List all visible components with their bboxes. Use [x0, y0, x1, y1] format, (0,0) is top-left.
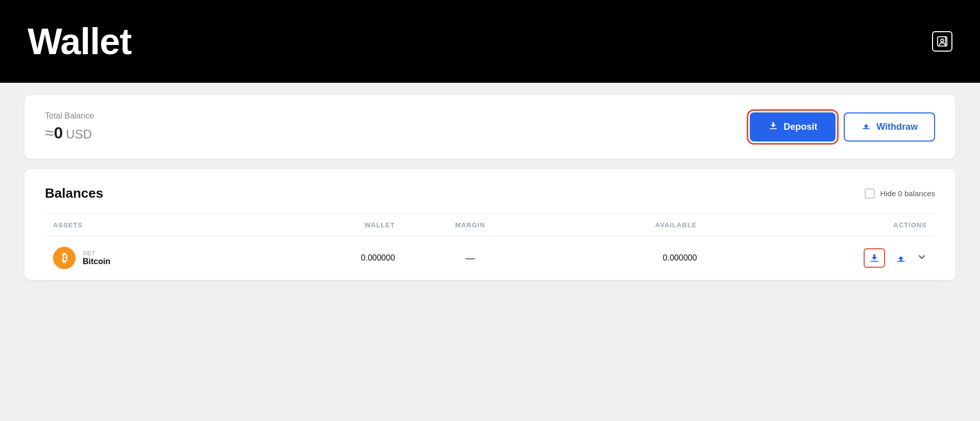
balance-currency: USD [66, 127, 92, 141]
asset-cell: ₿ XBT Bitcoin [45, 237, 258, 280]
row-deposit-button[interactable] [864, 248, 885, 268]
asset-details: XBT Bitcoin [83, 250, 110, 266]
hide-balances-control[interactable]: Hide 0 balances [865, 189, 935, 199]
balances-header: Balances Hide 0 balances [45, 185, 935, 201]
balance-label: Total Balance [45, 111, 94, 121]
approx-symbol: ≈ [45, 124, 54, 142]
header: Wallet [0, 0, 980, 83]
balance-amount: 0 [54, 124, 63, 142]
asset-info-cell: ₿ XBT Bitcoin [53, 247, 250, 269]
wallet-amount: 0.000000 [258, 237, 403, 280]
bitcoin-icon: ₿ [53, 247, 76, 269]
withdraw-label: Withdraw [876, 122, 918, 132]
table-row: ₿ XBT Bitcoin 0.000000 — 0.000000 [45, 237, 935, 280]
svg-point-1 [941, 39, 944, 42]
col-assets: ASSETS [45, 214, 258, 237]
page-title: Wallet [28, 20, 131, 62]
col-wallet: WALLET [258, 214, 403, 237]
withdraw-button[interactable]: Withdraw [844, 112, 935, 142]
actions-cell [705, 237, 935, 280]
balances-card: Balances Hide 0 balances ASSETS WALLET M… [24, 169, 955, 280]
main-content: Total Balance ≈0USD Deposit Withdraw Bal [0, 83, 980, 292]
deposit-label: Deposit [783, 122, 817, 132]
row-expand-button[interactable] [917, 252, 927, 265]
col-margin: MARGIN [403, 214, 537, 237]
margin-amount: — [403, 237, 537, 280]
table-header-row: ASSETS WALLET MARGIN AVAILABLE ACTIONS [45, 214, 935, 237]
action-icons [713, 248, 927, 268]
balances-table: ASSETS WALLET MARGIN AVAILABLE ACTIONS ₿ [45, 214, 935, 280]
balance-value: ≈0USD [45, 124, 94, 143]
col-available: AVAILABLE [537, 214, 705, 237]
asset-name: Bitcoin [83, 257, 110, 266]
balances-title: Balances [45, 185, 103, 201]
balance-card: Total Balance ≈0USD Deposit Withdraw [24, 95, 955, 159]
hide-balances-checkbox[interactable] [865, 189, 875, 199]
col-actions: ACTIONS [705, 214, 935, 237]
deposit-button[interactable]: Deposit [750, 112, 836, 142]
withdraw-icon [861, 121, 871, 133]
hide-balances-label: Hide 0 balances [880, 189, 935, 198]
balance-info: Total Balance ≈0USD [45, 111, 94, 143]
profile-icon[interactable] [932, 31, 952, 52]
row-withdraw-button[interactable] [893, 250, 909, 266]
asset-ticker: XBT [83, 250, 110, 257]
deposit-icon [768, 121, 778, 133]
balance-actions: Deposit Withdraw [750, 112, 935, 142]
available-amount: 0.000000 [537, 237, 705, 280]
